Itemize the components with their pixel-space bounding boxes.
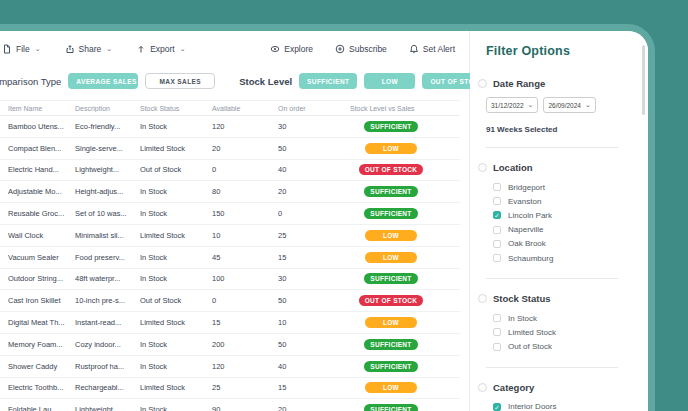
checkbox-icon[interactable] <box>493 343 501 351</box>
eye-icon <box>270 44 280 54</box>
app-window: File ⌄ Share ⌄ Export ⌄ Explore <box>0 31 648 411</box>
table-row[interactable]: Foldable Lau...Lightweight...In Stock902… <box>0 399 460 411</box>
cell-on-order: 20 <box>270 187 342 196</box>
table-row[interactable]: Digital Meat Th...Instant-read...Limited… <box>0 312 460 334</box>
cell-on-order: 15 <box>270 383 342 392</box>
cell-on-order: 40 <box>270 362 342 371</box>
checkbox-icon[interactable] <box>493 314 501 322</box>
cell-on-order: 50 <box>270 296 342 305</box>
cell-on-order: 50 <box>270 340 342 349</box>
cell-desc: Minimalist sil... <box>67 231 132 240</box>
table-row[interactable]: Cast Iron Skillet10-inch pre-s...Out of … <box>0 290 460 312</box>
table-row[interactable]: Bamboo Utens...Eco-friendly...In Stock12… <box>0 116 460 138</box>
share-menu[interactable]: Share ⌄ <box>65 44 113 54</box>
cell-desc: Lightweight... <box>67 405 132 411</box>
cell-desc: Rechargeabl... <box>67 383 132 392</box>
col-item-name: Item Name <box>0 105 67 112</box>
option-label: Out of Stock <box>508 342 552 351</box>
checkbox-icon[interactable] <box>493 254 501 262</box>
filter-group-header: Location <box>478 162 638 173</box>
filter-option[interactable]: Evanston <box>493 194 638 208</box>
table-row[interactable]: Wall ClockMinimalist sil...Limited Stock… <box>0 225 460 247</box>
table-row[interactable]: Adjustable Mo...Height-adjus...In Stock8… <box>0 181 460 203</box>
group-radio[interactable] <box>478 163 487 172</box>
cell-available: 45 <box>204 253 270 262</box>
cell-status: In Stock <box>132 209 204 218</box>
table-row[interactable]: Compact Blen...Single-serve...Limited St… <box>0 138 460 160</box>
cell-name: Foldable Lau... <box>0 405 67 411</box>
export-menu[interactable]: Export ⌄ <box>136 44 185 54</box>
toolbar-actions: Explore Subscribe Set Alert <box>248 44 455 54</box>
filter-option[interactable]: Oak Brook <box>493 237 638 251</box>
cell-badge: SUFFICIENT <box>342 208 432 219</box>
panel-scrollbar[interactable] <box>642 45 645 115</box>
option-label: Lincoln Park <box>508 211 552 220</box>
stock-option-button[interactable]: LOW <box>364 73 415 89</box>
subscribe-button[interactable]: Subscribe <box>335 44 387 54</box>
status-badge: SUFFICIENT <box>364 404 417 411</box>
checkbox-icon[interactable] <box>493 240 501 248</box>
filter-option[interactable]: Out of Stock <box>493 340 638 354</box>
table-row[interactable]: Reusable Groc...Set of 10 was...In Stock… <box>0 203 460 225</box>
table-row[interactable]: Electric Hand...Lightweight...Out of Sto… <box>0 160 460 182</box>
explore-button[interactable]: Explore <box>270 44 313 54</box>
cell-status: Out of Stock <box>132 165 204 174</box>
checkbox-icon[interactable] <box>493 328 501 336</box>
average-sales-button[interactable]: AVERAGE SALES <box>68 73 138 89</box>
stock-level-label: Stock Level <box>239 76 292 87</box>
group-options: In StockLimited StockOut of Stock <box>493 311 638 354</box>
cell-badge: OUT OF STOCK <box>342 295 432 306</box>
cell-on-order: 0 <box>270 209 342 218</box>
stock-option-button[interactable]: SUFFICIENT <box>299 73 357 89</box>
set-alert-button[interactable]: Set Alert <box>409 44 455 54</box>
filter-option[interactable]: Schaumburg <box>493 251 638 265</box>
cell-status: In Stock <box>132 187 204 196</box>
table-row[interactable]: Electric Toothb...Rechargeabl...Limited … <box>0 378 460 400</box>
cell-name: Cast Iron Skillet <box>0 296 67 305</box>
status-badge: LOW <box>365 317 417 328</box>
col-stock-vs-sales: Stock Level vs Sales <box>342 105 432 112</box>
table-row[interactable]: Vacuum SealerFood preserv...In Stock4515… <box>0 247 460 269</box>
cell-desc: Height-adjus... <box>67 187 132 196</box>
checkbox-icon[interactable] <box>493 197 501 205</box>
filter-option[interactable]: Bridgeport <box>493 180 638 194</box>
filter-option[interactable]: ✓Lincoln Park <box>493 208 638 222</box>
filter-option[interactable]: Naperville <box>493 223 638 237</box>
date-range-radio[interactable] <box>478 79 487 88</box>
set-alert-label: Set Alert <box>423 44 455 54</box>
table-row[interactable]: Memory Foam...Cozy indoor...In Stock2005… <box>0 334 460 356</box>
share-menu-label: Share <box>79 44 102 54</box>
option-label: Bridgeport <box>508 183 545 192</box>
filter-groups: LocationBridgeportEvanston✓Lincoln ParkN… <box>478 162 638 411</box>
checkbox-checked-icon[interactable]: ✓ <box>493 211 501 219</box>
cell-desc: Single-serve... <box>67 144 132 153</box>
divider <box>486 147 618 148</box>
date-selects: 31/12/2022 ⌄ 26/09/2024 ⌄ <box>486 97 638 113</box>
status-badge: SUFFICIENT <box>364 186 417 197</box>
end-date-select[interactable]: 26/09/2024 ⌄ <box>543 97 595 113</box>
filter-option[interactable]: Limited Stock <box>493 325 638 339</box>
checkbox-icon[interactable] <box>493 183 501 191</box>
cell-desc: Rustproof ha... <box>67 362 132 371</box>
chevron-down-icon: ⌄ <box>585 101 591 109</box>
table-body: Bamboo Utens...Eco-friendly...In Stock12… <box>0 116 460 411</box>
file-menu[interactable]: File ⌄ <box>2 44 41 54</box>
status-badge: SUFFICIENT <box>364 273 417 284</box>
checkbox-icon[interactable] <box>493 226 501 234</box>
table-row[interactable]: Outdoor String...48ft waterpr...In Stock… <box>0 269 460 291</box>
filter-option[interactable]: In Stock <box>493 311 638 325</box>
cell-badge: SUFFICIENT <box>342 186 432 197</box>
cell-available: 10 <box>204 231 270 240</box>
cell-badge: LOW <box>342 143 432 154</box>
table-row[interactable]: Shower CaddyRustproof ha...In Stock12040… <box>0 356 460 378</box>
start-date-select[interactable]: 31/12/2022 ⌄ <box>486 97 538 113</box>
group-radio[interactable] <box>478 383 487 392</box>
cell-available: 90 <box>204 405 270 411</box>
checkbox-checked-icon[interactable]: ✓ <box>493 403 501 411</box>
end-date-value: 26/09/2024 <box>548 102 581 109</box>
group-radio[interactable] <box>478 294 487 303</box>
max-sales-button[interactable]: MAX SALES <box>145 73 215 89</box>
filter-option[interactable]: ✓Interior Doors <box>493 400 638 411</box>
cell-desc: Eco-friendly... <box>67 122 132 131</box>
option-label: Naperville <box>508 225 544 234</box>
